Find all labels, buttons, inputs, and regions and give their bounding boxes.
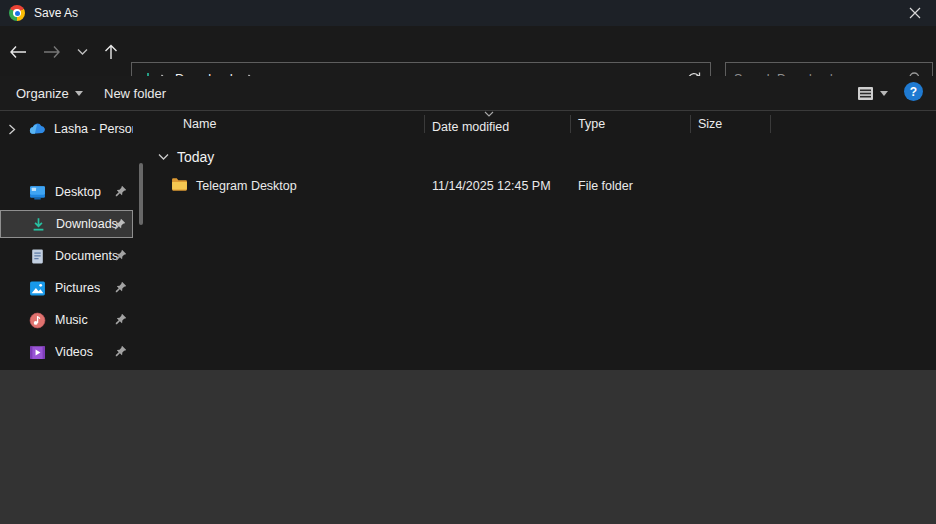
column-header-name[interactable]: Name [183,117,216,131]
up-button[interactable] [99,40,123,64]
new-folder-label: New folder [104,86,166,101]
sidebar-item-documents[interactable]: Documents [0,242,133,270]
column-divider[interactable] [770,115,771,133]
documents-icon [29,248,46,265]
forward-button[interactable] [40,40,64,64]
help-button[interactable]: ? [904,82,923,101]
column-headers: Name Date modified Type Size [150,111,936,137]
file-row-telegram-desktop[interactable]: Telegram Desktop 11/14/2025 12:45 PM Fil… [150,173,936,199]
back-button[interactable] [6,40,30,64]
music-icon [29,312,46,329]
sidebar-item-downloads[interactable]: Downloads [0,210,133,238]
organize-button[interactable]: Organize [16,76,83,110]
group-collapse-icon [158,153,169,161]
group-header-today[interactable]: Today [158,145,214,169]
folder-icon [171,177,188,192]
back-arrow-icon [9,45,27,59]
recent-locations-button[interactable] [70,40,94,64]
forward-arrow-icon [43,45,61,59]
help-icon: ? [910,85,917,99]
content-area: Lasha - Persona Desktop [0,111,936,370]
downloads-icon [30,216,47,233]
window-title: Save As [34,6,78,20]
file-name-cell: Telegram Desktop [196,179,297,193]
up-arrow-icon [104,44,118,60]
close-button[interactable] [894,0,936,26]
save-as-dialog: Save As [0,0,936,524]
sidebar-label: Videos [55,345,93,359]
column-divider[interactable] [570,115,571,133]
pin-icon [113,218,126,231]
pin-icon [114,185,127,198]
file-list: Name Date modified Type Size Today [150,111,936,370]
column-header-size[interactable]: Size [698,117,722,131]
pin-icon [114,313,127,326]
file-date-cell: 11/14/2025 12:45 PM [432,179,551,193]
sidebar-label: Music [55,313,88,327]
sidebar-scrollbar[interactable] [139,163,143,225]
column-header-date-modified[interactable]: Date modified [432,120,509,134]
command-bar: Organize New folder ? [0,76,936,111]
sidebar-item-pictures[interactable]: Pictures [0,274,133,302]
sidebar-label: Desktop [55,185,101,199]
views-dropdown-icon [880,91,888,96]
expand-chevron-icon[interactable] [8,124,16,135]
sidebar-label: Pictures [55,281,100,295]
column-header-type[interactable]: Type [578,117,605,131]
sidebar-label: Downloads [56,217,118,231]
pictures-icon [29,280,46,297]
sidebar-item-onedrive[interactable]: Lasha - Persona [0,115,133,143]
sidebar-item-desktop[interactable]: Desktop [0,178,133,206]
organize-dropdown-icon [75,91,83,96]
close-icon [909,7,921,19]
column-divider[interactable] [690,115,691,133]
chrome-icon [9,5,25,21]
videos-icon [29,344,46,361]
sidebar-item-music[interactable]: Music [0,306,133,334]
title-bar: Save As [0,0,936,26]
column-divider[interactable] [424,115,425,133]
sidebar-item-videos[interactable]: Videos [0,338,133,366]
onedrive-icon [28,121,45,138]
pin-icon [114,249,127,262]
navigation-bar: Downloads [0,26,936,76]
onedrive-label: Lasha - Persona [54,122,133,136]
sidebar-label: Documents [55,249,118,263]
new-folder-button[interactable]: New folder [104,76,166,110]
desktop-icon [29,184,46,201]
organize-label: Organize [16,86,69,101]
file-type-cell: File folder [578,179,633,193]
sort-descending-icon [484,111,494,117]
save-panel: File name: Save as type: WinRAR ZIP arch… [0,370,936,524]
pin-icon [114,281,127,294]
views-button[interactable] [857,81,888,105]
list-view-icon [857,86,874,101]
navigation-pane: Lasha - Persona Desktop [0,111,134,370]
group-label: Today [177,149,214,165]
chevron-down-icon [77,48,88,56]
pin-icon [114,345,127,358]
